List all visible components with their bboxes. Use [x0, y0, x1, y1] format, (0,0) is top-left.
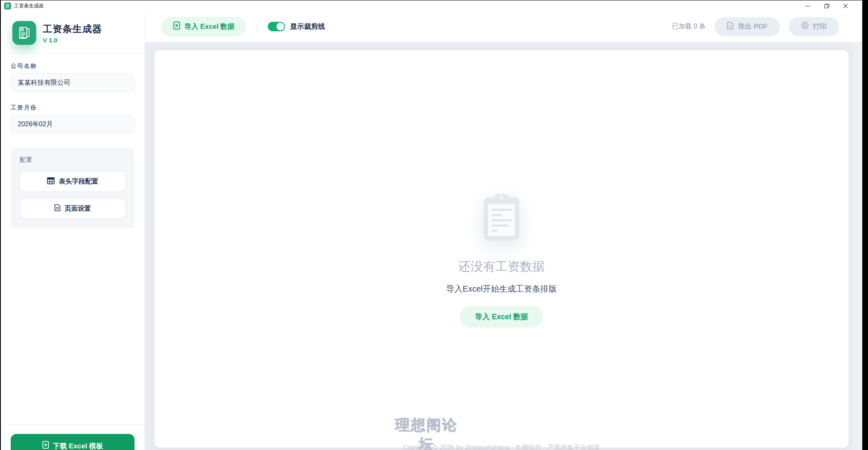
page-settings-button[interactable]: 页面设置 — [20, 198, 125, 219]
sidebar-header: 工资条生成器 V 1.0 — [1, 11, 144, 53]
app-title-block: 工资条生成器 V 1.0 — [43, 23, 102, 44]
company-name-input[interactable] — [11, 74, 135, 92]
table-icon — [47, 177, 55, 186]
export-pdf-label: 导出 PDF — [738, 22, 768, 31]
month-field-group: 工资月份 — [11, 104, 135, 133]
crop-lines-toggle[interactable] — [268, 22, 285, 31]
excel-file-icon — [42, 441, 49, 450]
company-field-group: 公司名称 — [11, 63, 135, 92]
salary-month-label: 工资月份 — [11, 104, 135, 111]
restore-button[interactable] — [817, 0, 836, 11]
scrollbar[interactable] — [853, 42, 862, 450]
copyright-text: Copyright © 2026 by Jingguanzhang · 免费软件… — [154, 443, 849, 450]
page-icon — [54, 204, 60, 213]
salary-month-input[interactable] — [11, 115, 135, 133]
toolbar: 导入 Excel 数据 显示裁剪线 已加载 0 条 — [145, 11, 862, 42]
window-title: 工资条生成器 — [14, 2, 44, 9]
toolbar-divider — [257, 21, 257, 32]
excel-file-icon — [173, 21, 180, 32]
app-window: 工资条生成器 — [1, 0, 862, 450]
header-fields-config-label: 表头字段配置 — [59, 177, 98, 186]
empty-state-title: 还没有工资数据 — [458, 258, 545, 275]
header-fields-config-button[interactable]: 表头字段配置 — [20, 171, 125, 192]
pdf-file-icon — [727, 22, 733, 32]
empty-state: 还没有工资数据 导入Excel开始生成工资条排版 导入 Excel 数据 — [154, 193, 849, 327]
sidebar: 工资条生成器 V 1.0 公司名称 工资月份 配置 — [1, 11, 145, 450]
app-logo-icon — [12, 21, 36, 45]
export-pdf-button[interactable]: 导出 PDF — [715, 17, 780, 36]
config-label: 配置 — [20, 156, 125, 164]
crop-lines-label: 显示裁剪线 — [290, 22, 325, 31]
empty-state-import-button[interactable]: 导入 Excel 数据 — [460, 306, 543, 327]
titlebar: 工资条生成器 — [1, 0, 862, 11]
import-excel-label: 导入 Excel 数据 — [184, 22, 234, 31]
app-version: V 1.0 — [43, 37, 102, 44]
preview-area: 还没有工资数据 导入Excel开始生成工资条排版 导入 Excel 数据 Cop… — [145, 42, 862, 450]
toggle-knob — [276, 23, 284, 30]
print-label: 打印 — [813, 22, 827, 31]
close-button[interactable] — [836, 0, 855, 11]
print-button[interactable]: 打印 — [789, 17, 839, 36]
download-template-label: 下载 Excel 模板 — [53, 441, 103, 450]
app-title: 工资条生成器 — [43, 23, 102, 35]
page-settings-label: 页面设置 — [65, 204, 91, 213]
clipboard-icon — [481, 193, 522, 244]
sidebar-bottom: 下载 Excel 模板 — [1, 424, 144, 450]
import-excel-button[interactable]: 导入 Excel 数据 — [162, 17, 246, 37]
app-icon — [4, 2, 11, 9]
loaded-count: 已加载 0 条 — [672, 22, 706, 31]
preview-card: 还没有工资数据 导入Excel开始生成工资条排版 导入 Excel 数据 Cop… — [154, 50, 849, 448]
minimize-button[interactable] — [798, 0, 817, 11]
download-template-button[interactable]: 下载 Excel 模板 — [11, 434, 135, 450]
config-card: 配置 表头字段配置 — [11, 148, 135, 229]
empty-state-subtitle: 导入Excel开始生成工资条排版 — [446, 283, 557, 295]
company-name-label: 公司名称 — [11, 63, 135, 70]
printer-icon — [801, 22, 809, 31]
